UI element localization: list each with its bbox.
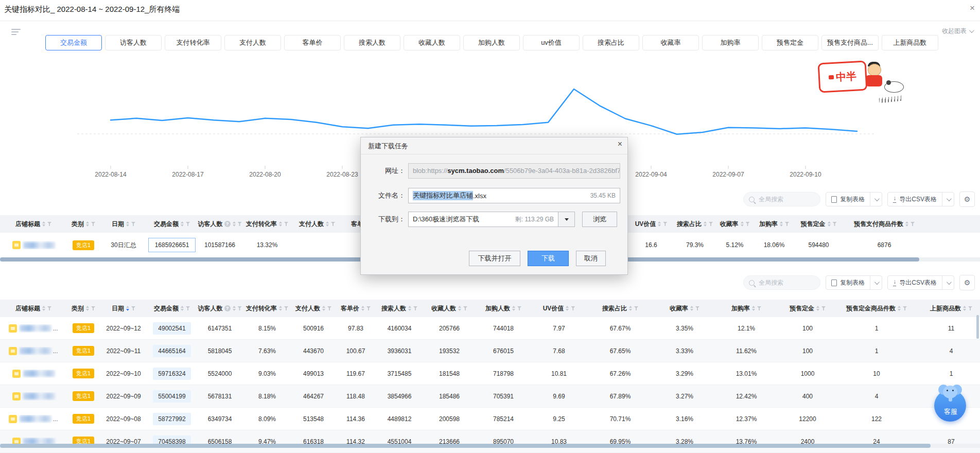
col-header-12[interactable]: 搜索占比 — [674, 220, 715, 229]
col-header-1[interactable]: 类别 — [67, 220, 100, 229]
tab-13[interactable]: 预售支付商品... — [821, 35, 879, 50]
col-header-15[interactable]: 预售定金 — [794, 220, 843, 229]
col-header-7[interactable]: 客单价 — [336, 304, 376, 313]
table2-hscroll-thumb[interactable] — [0, 444, 931, 448]
sort-icon[interactable] — [86, 221, 89, 226]
filter-icon[interactable] — [131, 222, 135, 226]
sort-icon[interactable] — [279, 306, 282, 311]
col-header-11[interactable]: UV价值 — [628, 220, 674, 229]
col-header-5[interactable]: 支付转化率 — [243, 304, 291, 313]
sort-icon[interactable] — [752, 306, 755, 311]
search-box[interactable] — [743, 275, 820, 290]
col-header-16[interactable]: 预售定金商品件数 — [838, 304, 915, 313]
sort-icon[interactable] — [126, 221, 129, 226]
col-header-0[interactable]: 店铺标题 — [0, 304, 67, 313]
filter-icon[interactable] — [238, 306, 242, 310]
sort-icon[interactable] — [629, 306, 632, 311]
sort-icon[interactable] — [181, 306, 184, 311]
export-dropdown[interactable] — [942, 193, 954, 206]
col-header-5[interactable]: 支付转化率 — [243, 220, 291, 229]
filter-icon[interactable] — [327, 306, 331, 310]
copy-table-button[interactable]: 复制表格 — [826, 192, 882, 206]
col-header-0[interactable]: 店铺标题 — [0, 220, 67, 229]
tab-10[interactable]: 收藏率 — [642, 35, 699, 50]
filter-icon[interactable] — [331, 222, 335, 226]
export-csv-button[interactable]: ↓ 导出CSV表格 — [887, 275, 954, 290]
search-box[interactable] — [743, 192, 820, 206]
sort-icon[interactable] — [898, 306, 901, 311]
sort-icon[interactable] — [828, 221, 831, 226]
filter-icon[interactable] — [911, 222, 915, 226]
info-icon[interactable]: ? — [224, 221, 231, 227]
sort-icon[interactable] — [126, 306, 129, 311]
filter-icon[interactable] — [746, 222, 750, 226]
search-input[interactable] — [758, 195, 814, 203]
tab-6[interactable]: 收藏人数 — [404, 35, 460, 50]
sort-icon[interactable] — [566, 306, 569, 311]
filter-icon[interactable] — [366, 306, 371, 310]
tab-0[interactable]: 交易金额 — [45, 35, 102, 50]
filter-icon[interactable] — [284, 306, 288, 310]
customer-service-button[interactable]: 客服 — [933, 382, 968, 424]
filter-icon[interactable] — [186, 222, 190, 226]
sort-icon[interactable] — [512, 306, 515, 311]
sort-icon[interactable] — [905, 221, 908, 226]
search-input[interactable] — [758, 278, 814, 287]
filter-icon[interactable] — [91, 222, 95, 226]
filter-icon[interactable] — [47, 222, 51, 226]
col-header-10[interactable]: 加购人数 — [476, 304, 531, 313]
col-header-11[interactable]: UV价值 — [531, 304, 587, 313]
filter-icon[interactable] — [785, 222, 789, 226]
close-icon[interactable]: × — [970, 3, 975, 13]
download-and-open-button[interactable]: 下载并打开 — [469, 251, 520, 266]
sort-icon[interactable] — [233, 306, 236, 311]
filter-icon[interactable] — [463, 306, 467, 310]
sort-icon[interactable] — [690, 306, 693, 311]
filter-icon[interactable] — [695, 306, 699, 310]
col-header-16[interactable]: 预售支付商品件数 — [843, 220, 925, 229]
col-header-3[interactable]: 交易金额 — [147, 304, 197, 313]
filter-icon[interactable] — [571, 306, 575, 310]
dialog-close-icon[interactable]: × — [618, 140, 622, 149]
copy-table-button[interactable]: 复制表格 — [826, 275, 882, 290]
col-header-1[interactable]: 类别 — [67, 304, 100, 313]
filter-icon[interactable] — [833, 222, 837, 226]
tab-5[interactable]: 搜索人数 — [344, 35, 400, 50]
tab-12[interactable]: 预售定金 — [762, 35, 818, 50]
sort-icon[interactable] — [816, 306, 819, 311]
filter-icon[interactable] — [663, 222, 667, 226]
sort-icon[interactable] — [326, 221, 329, 226]
filter-icon[interactable] — [709, 222, 713, 226]
tab-9[interactable]: 搜索占比 — [583, 35, 639, 50]
filter-icon[interactable] — [968, 306, 972, 310]
destination-input[interactable]: D:\360极速浏览器下载 剩: 113.29 GB — [408, 212, 558, 227]
sort-icon[interactable] — [361, 306, 364, 311]
table2-vscroll-thumb[interactable] — [976, 315, 979, 339]
sort-icon[interactable] — [279, 221, 282, 226]
sort-icon[interactable] — [233, 221, 236, 226]
export-dropdown[interactable] — [942, 276, 954, 289]
tab-11[interactable]: 加购率 — [702, 35, 759, 50]
sort-icon[interactable] — [658, 221, 661, 226]
copy-dropdown[interactable] — [870, 276, 882, 289]
tab-1[interactable]: 访客人数 — [105, 35, 162, 50]
filter-icon[interactable] — [47, 306, 51, 310]
col-header-14[interactable]: 加购率 — [715, 304, 777, 313]
col-header-4[interactable]: 访客人数? — [197, 220, 243, 229]
url-field[interactable]: blob:https://sycm.taobao.com/5506b79e-3a… — [408, 163, 620, 179]
sort-icon[interactable] — [86, 306, 89, 311]
col-header-13[interactable]: 收藏率 — [715, 220, 754, 229]
col-header-8[interactable]: 搜索人数 — [376, 304, 423, 313]
tab-3[interactable]: 支付人数 — [224, 35, 281, 50]
col-header-17[interactable]: 上新商品数 — [915, 304, 980, 313]
sort-icon[interactable] — [963, 306, 966, 311]
filter-icon[interactable] — [238, 222, 242, 226]
col-header-13[interactable]: 收藏率 — [654, 304, 715, 313]
browse-button[interactable]: 浏览 — [582, 212, 617, 227]
sort-icon[interactable] — [42, 221, 45, 226]
cancel-button[interactable]: 取消 — [576, 251, 606, 266]
filter-icon[interactable] — [413, 306, 417, 310]
tab-14[interactable]: 上新商品数 — [882, 35, 938, 50]
col-header-6[interactable]: 支付人数 — [291, 220, 343, 229]
destination-dropdown[interactable] — [558, 212, 575, 227]
